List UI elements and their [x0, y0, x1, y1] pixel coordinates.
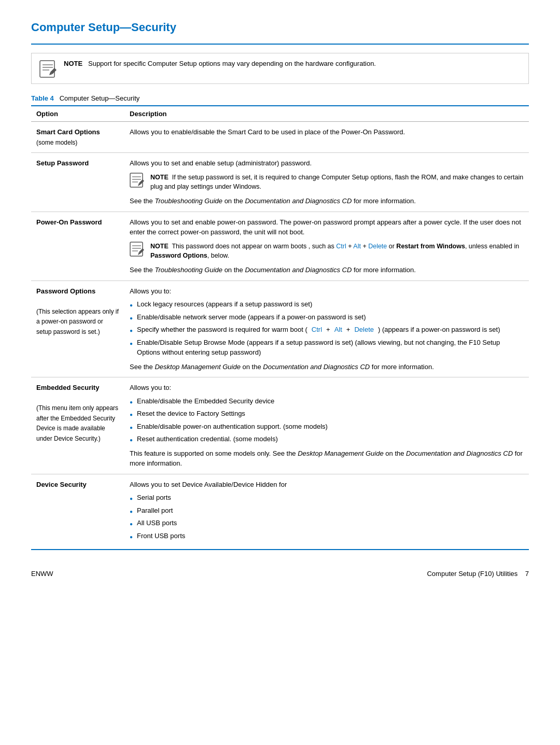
bullet-list: Serial ports Parallel port All USB ports… — [130, 493, 524, 541]
title-divider — [31, 44, 529, 45]
footer-right: Computer Setup (F10) Utilities 7 — [427, 570, 529, 578]
option-setup-password: Setup Password — [31, 153, 124, 212]
top-note-content: Support for specific Computer Setup opti… — [85, 60, 376, 67]
see-text: This feature is supported on some models… — [130, 448, 524, 469]
list-item: Enable/Disable Setup Browse Mode (appear… — [130, 338, 524, 358]
desc-text: Allows you to set and enable power-on pa… — [130, 217, 524, 237]
table-row: Device Security Allows you to set Device… — [31, 474, 529, 550]
list-item: Reset authentication credential. (some m… — [130, 434, 524, 444]
table-header-row: Option Description — [31, 106, 529, 122]
svg-rect-0 — [40, 61, 54, 77]
option-smart-card: Smart Card Options (some models) — [31, 122, 124, 153]
table-row: Embedded Security (This menu item only a… — [31, 377, 529, 474]
page-footer: ENWW Computer Setup (F10) Utilities 7 — [31, 566, 529, 578]
inline-note-icon — [130, 242, 145, 257]
list-item: Reset the device to Factory Settings — [130, 409, 524, 419]
table-row: Setup Password Allows you to set and ena… — [31, 153, 529, 212]
footer-left: ENWW — [31, 570, 53, 578]
bullet-list: Lock legacy resources (appears if a setu… — [130, 299, 524, 358]
desc-text: Allows you to set and enable setup (admi… — [130, 158, 524, 168]
note-label: NOTE — [150, 174, 169, 181]
note-label: NOTE — [150, 243, 169, 250]
see-text: See the Troubleshooting Guide on the Doc… — [130, 196, 524, 206]
note-icon — [39, 60, 58, 78]
list-item: Enable/disable the Embedded Security dev… — [130, 396, 524, 406]
list-item: Enable/disable network server mode (appe… — [130, 312, 524, 322]
svg-rect-4 — [130, 173, 143, 187]
svg-rect-8 — [130, 242, 143, 256]
list-item: Parallel port — [130, 505, 524, 516]
table-row: Password Options (This selection appears… — [31, 280, 529, 377]
list-item: All USB ports — [130, 518, 524, 528]
inline-note-content: NOTE If the setup password is set, it is… — [150, 173, 524, 192]
desc-smart-card: Allows you to enable/disable the Smart C… — [124, 122, 529, 153]
top-note-text: NOTE Support for specific Computer Setup… — [64, 59, 376, 69]
desc-embedded-security: Allows you to: Enable/disable the Embedd… — [124, 377, 529, 474]
inline-note-icon — [130, 173, 145, 188]
table-row: Power-On Password Allows you to set and … — [31, 212, 529, 280]
option-password-options: Password Options (This selection appears… — [31, 280, 124, 377]
page-title: Computer Setup—Security — [31, 21, 529, 34]
list-item: Lock legacy resources (appears if a setu… — [130, 299, 524, 310]
option-label: Smart Card Options — [36, 128, 100, 136]
list-item: Front USB ports — [130, 531, 524, 541]
option-sub-note: (This menu item only appears after the E… — [36, 404, 118, 442]
bullet-list: Enable/disable the Embedded Security dev… — [130, 396, 524, 444]
option-sub-note: (This selection appears only if a power-… — [36, 308, 119, 335]
option-power-on-password: Power-On Password — [31, 212, 124, 280]
desc-power-on-password: Allows you to set and enable power-on pa… — [124, 212, 529, 280]
desc-device-security: Allows you to set Device Available/Devic… — [124, 474, 529, 550]
table-label: Table 4 — [31, 94, 54, 102]
desc-intro: Allows you to: — [130, 286, 524, 297]
desc-setup-password: Allows you to set and enable setup (admi… — [124, 153, 529, 212]
option-label: Password Options — [36, 287, 95, 295]
option-embedded-security: Embedded Security (This menu item only a… — [31, 377, 124, 474]
table-row: Smart Card Options (some models) Allows … — [31, 122, 529, 153]
desc-intro: Allows you to set Device Available/Devic… — [130, 480, 524, 490]
see-text: See the Troubleshooting Guide on the Doc… — [130, 265, 524, 275]
inline-note-setup: NOTE If the setup password is set, it is… — [130, 173, 524, 192]
col-header-description: Description — [124, 106, 529, 122]
option-label: Embedded Security — [36, 384, 99, 391]
desc-password-options: Allows you to: Lock legacy resources (ap… — [124, 280, 529, 377]
desc-intro: Allows you to: — [130, 383, 524, 393]
col-header-option: Option — [31, 106, 124, 122]
list-item: Specify whether the password is required… — [130, 325, 524, 335]
option-device-security: Device Security — [31, 474, 124, 550]
top-note-label: NOTE — [64, 60, 82, 67]
table-description: Computer Setup—Security — [55, 94, 139, 102]
table-caption: Table 4 Computer Setup—Security — [31, 94, 529, 102]
top-note-box: NOTE Support for specific Computer Setup… — [31, 53, 529, 84]
inline-note-power: NOTE This password does not appear on wa… — [130, 242, 524, 261]
see-text: See the Desktop Management Guide on the … — [130, 362, 524, 372]
inline-note-content: NOTE This password does not appear on wa… — [150, 242, 524, 261]
main-table: Option Description Smart Card Options (s… — [31, 105, 529, 550]
list-item: Enable/disable power-on authentication s… — [130, 421, 524, 432]
list-item: Serial ports — [130, 493, 524, 503]
option-sub-note: (some models) — [36, 139, 77, 146]
